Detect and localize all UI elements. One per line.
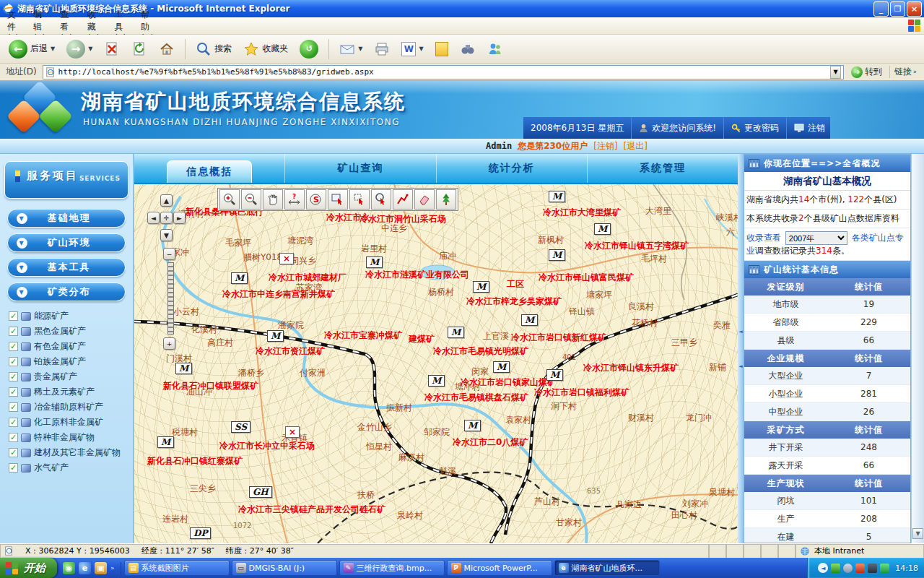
layer-checkbox[interactable]: ✓ [9,387,18,397]
zoom-in-slider-button[interactable]: + [163,337,175,350]
mail-dropdown-icon[interactable]: ▼ [358,46,362,52]
layer-checkbox[interactable]: ✓ [9,463,18,473]
media-player-icon[interactable]: ◉ [63,562,75,574]
address-input[interactable] [58,67,827,77]
task-button-2[interactable]: ▭DMGIS-BAI (J:) [232,560,337,576]
links-button[interactable]: 链接» [889,66,921,78]
history-button[interactable]: ↺ [295,38,323,61]
mine-marker-dp[interactable]: DP [190,527,211,539]
home-button[interactable] [154,39,179,59]
pan-down-button[interactable]: ▼ [160,229,173,241]
select-s-tool-button[interactable]: S [306,189,326,210]
logout-button[interactable]: 注销 [787,117,832,139]
security-shield-icon[interactable] [855,564,865,573]
messenger-button[interactable] [483,39,507,59]
tab-1[interactable]: 信息概括 [134,154,285,183]
page-scrollbar[interactable]: ▼ [911,154,924,543]
edit-word-button[interactable]: W▼ [397,40,427,59]
antivirus-tray-icon[interactable] [831,564,840,573]
pan-left-button[interactable]: ◄ [147,212,160,224]
mine-marker-m[interactable]: M [473,281,489,293]
network-tray-icon[interactable] [880,564,889,573]
layer-checkbox[interactable]: ✓ [9,433,18,442]
forward-dropdown-icon[interactable]: ▼ [88,46,92,52]
layer-checkbox[interactable]: ✓ [9,372,18,381]
sidebar-button-3[interactable]: ▼基本工具 [7,258,126,277]
stop-button[interactable] [100,39,124,59]
eraser-tool-button[interactable] [414,189,435,210]
mine-marker-m[interactable]: M [521,314,538,326]
mine-marker-m[interactable]: M [448,327,464,338]
tray-chevron-icon[interactable]: ◄ [818,563,828,573]
maximize-button[interactable]: ❐ [890,1,905,17]
scroll-down-icon[interactable]: ▼ [912,528,923,539]
edit-dropdown-icon[interactable]: ▼ [419,46,423,52]
mine-marker-m[interactable]: M [157,436,174,448]
close-button[interactable]: × [907,1,922,17]
forest-tool-button[interactable] [436,189,456,210]
mine-marker-m[interactable]: M [175,363,192,374]
task-button-1[interactable]: ▤系统截图图片 [124,560,230,576]
panel-splitter[interactable]: ◄◄ [738,154,744,543]
mine-marker-gh[interactable]: GH [249,486,272,498]
mine-marker-m[interactable]: M [366,256,383,268]
back-button[interactable]: ←后退▼ [4,38,59,61]
pan-right-button[interactable]: ► [173,212,186,224]
layer-checkbox[interactable]: ✓ [9,357,18,366]
select-circle-tool-button[interactable] [371,189,391,210]
sidebar-button-1[interactable]: ▼基础地理 [7,209,126,228]
pan-center-button[interactable]: ✛ [160,212,173,224]
mine-marker-m[interactable]: M [428,375,445,387]
exit-link[interactable]: [退出] [624,140,648,152]
year-select[interactable]: 2007年 [785,231,847,245]
mine-marker-m[interactable]: M [493,361,510,373]
pan-up-button[interactable]: ▲ [160,194,173,207]
pan-tool-button[interactable] [263,189,283,210]
zoom-in-tool-button[interactable] [219,189,240,210]
sidebar-button-4[interactable]: ▼矿类分布 [7,282,126,301]
layer-checkbox[interactable]: ✓ [9,448,18,457]
mine-marker-m[interactable]: M [549,249,565,261]
discuss-button[interactable] [456,39,480,59]
back-dropdown-icon[interactable]: ▼ [51,46,55,52]
start-button[interactable]: 开始 [0,558,57,578]
show-desktop-icon[interactable]: ▣ [95,562,107,574]
tab-4[interactable]: 系统管理 [588,154,738,183]
layer-checkbox[interactable]: ✓ [9,418,18,427]
print-button[interactable] [370,39,394,59]
mine-marker-m[interactable]: M [546,369,563,381]
task-button-3[interactable]: ✎三维行政查询.bmp... [339,560,445,576]
layer-checkbox[interactable]: ✓ [9,311,18,321]
mine-closed-marker[interactable]: × [285,426,300,438]
minimize-button[interactable]: _ [873,1,889,17]
mine-closed-marker[interactable]: × [279,253,294,264]
sidebar-button-2[interactable]: ▼矿山环境 [7,233,126,252]
forward-button[interactable]: →▼ [62,38,97,61]
refresh-button[interactable] [127,39,152,59]
address-dropdown-icon[interactable]: ▼ [830,66,841,79]
layer-checkbox[interactable]: ✓ [9,402,18,412]
logout-link[interactable]: [注销] [593,140,617,152]
tab-2[interactable]: 矿山查询 [285,154,436,183]
zoom-slider-track[interactable] [167,262,174,335]
favorites-button[interactable]: 收藏夹 [239,39,292,59]
zoom-rect-tool-button[interactable] [349,189,370,210]
volume-tray-icon[interactable] [843,564,853,573]
zoom-out-slider-button[interactable]: − [163,248,175,260]
layer-checkbox[interactable]: ✓ [9,342,18,351]
zoom-out-tool-button[interactable] [241,189,261,210]
mine-marker-m[interactable]: M [464,420,481,431]
mail-button[interactable]: ▼ [335,39,367,59]
tab-3[interactable]: 统计分析 [437,154,588,183]
go-button[interactable]: ➔转到 [847,65,886,79]
collect-view-link[interactable]: 收录查看 [746,233,781,243]
mine-marker-m[interactable]: M [594,223,611,235]
quick-launch-chevron-icon[interactable]: » [110,564,115,571]
change-password-button[interactable]: 更改密码 [724,117,787,139]
display-tray-icon[interactable] [868,564,877,573]
draw-line-tool-button[interactable] [393,189,413,210]
task-button-5[interactable]: e湖南省矿山地质环... [554,560,660,576]
layer-checkbox[interactable]: ✓ [9,327,18,336]
mine-marker-m[interactable]: M [231,272,248,284]
task-button-4[interactable]: PMicrosoft PowerP... [447,560,552,576]
